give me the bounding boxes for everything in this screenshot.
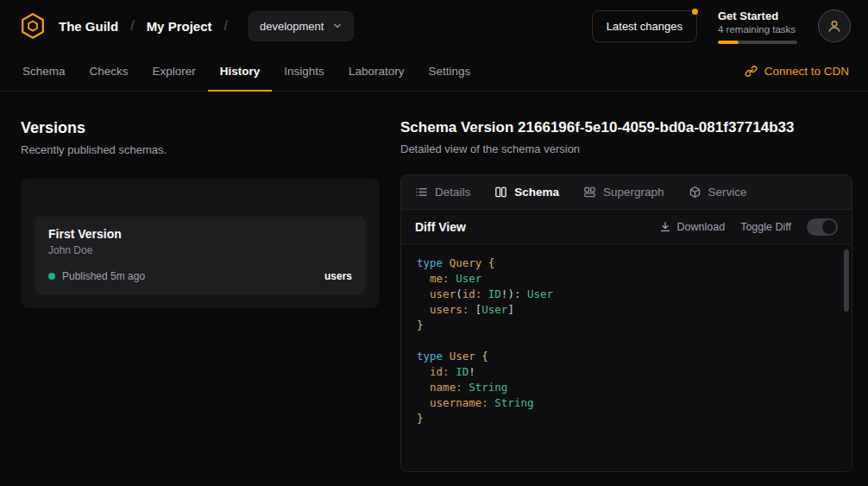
environment-select[interactable]: development [248,11,354,41]
get-started-widget[interactable]: Get Started 4 remaining tasks [718,9,797,44]
grid-icon [583,186,596,199]
tab-supergraph-label: Supergraph [603,186,664,199]
app-root: The Guild / My Project / development Lat… [0,0,868,472]
tab-checks[interactable]: Checks [78,52,141,92]
code-block[interactable]: type Query { me: User user(id: ID!): Use… [417,256,836,426]
breadcrumb-separator: / [222,18,229,34]
tab-schema[interactable]: Schema [10,52,78,92]
org-breadcrumb[interactable]: The Guild [59,19,118,34]
download-icon [659,221,671,233]
tab-explorer[interactable]: Explorer [141,52,208,92]
tab-supergraph[interactable]: Supergraph [583,186,664,199]
primary-nav: Schema Checks Explorer History Insights … [0,52,868,92]
tab-schema-view[interactable]: Schema [494,186,559,199]
user-avatar[interactable] [818,9,851,42]
toggle-diff-label: Toggle Diff [740,221,791,233]
progress-fill [718,41,739,44]
environment-value: development [260,20,324,33]
tab-details[interactable]: Details [415,186,470,199]
notification-dot [692,9,698,15]
latest-changes-button[interactable]: Latest changes [592,10,697,42]
schema-version-panel: Details Schema [400,174,852,472]
get-started-progressbar [718,41,797,44]
tab-history[interactable]: History [208,52,273,92]
cube-icon [689,186,701,199]
code-area: type Query { me: User user(id: ID!): Use… [401,244,852,471]
version-name: First Version [48,227,352,241]
tab-laboratory[interactable]: Laboratory [337,52,417,92]
versions-section: Versions Recently published schemas. Fir… [21,119,380,472]
tab-settings[interactable]: Settings [416,52,482,92]
user-icon [826,17,843,35]
main-content: Versions Recently published schemas. Fir… [0,92,868,472]
project-breadcrumb[interactable]: My Project [147,19,212,34]
connect-to-cdn-button[interactable]: Connect to CDN [736,52,858,91]
version-status-row: Published 5m ago users [48,270,352,282]
connect-to-cdn-label: Connect to CDN [764,65,849,78]
diff-actions: Download Toggle Diff [659,218,838,236]
schema-version-section: Schema Version 2166196f-5e10-4059-bd0a-0… [400,119,852,472]
diff-view-title: Diff View [415,220,466,234]
versions-title: Versions [21,119,380,137]
switch-knob [822,220,836,234]
version-author: John Doe [48,244,352,256]
schema-version-title: Schema Version 2166196f-5e10-4059-bd0a-0… [400,119,852,136]
get-started-subtitle: 4 remaining tasks [718,23,797,36]
versions-subtitle: Recently published schemas. [21,143,380,156]
code-scrollbar [843,246,850,470]
latest-changes-label: Latest changes [607,20,682,33]
version-service-badge: users [324,270,352,282]
download-button[interactable]: Download [659,221,726,233]
version-status: Published 5m ago [62,270,318,282]
panel-tabs: Details Schema [401,175,852,210]
scrollbar-thumb[interactable] [844,249,849,312]
toggle-diff-switch[interactable] [807,218,838,236]
list-icon [415,186,428,199]
tab-service[interactable]: Service [689,186,747,199]
chevron-down-icon [332,21,343,31]
tab-details-label: Details [435,186,470,199]
tab-service-label: Service [708,186,747,199]
get-started-title: Get Started [718,9,797,23]
diff-header: Diff View Download Toggle Diff [401,210,852,244]
link-icon [745,65,758,78]
download-label: Download [677,221,726,233]
header: The Guild / My Project / development Lat… [0,0,868,52]
header-right: Latest changes Get Started 4 remaining t… [592,9,851,44]
published-status-dot [48,273,55,280]
schema-version-subtitle: Detailed view of the schema version [400,142,852,155]
version-list-item[interactable]: First Version John Doe Published 5m ago … [35,217,366,294]
breadcrumb-separator: / [129,18,135,34]
versions-card: First Version John Doe Published 5m ago … [21,179,380,308]
hive-logo-icon [17,10,48,41]
tab-schema-view-label: Schema [514,186,559,199]
tab-insights[interactable]: Insights [272,52,337,92]
columns-icon [494,186,507,199]
